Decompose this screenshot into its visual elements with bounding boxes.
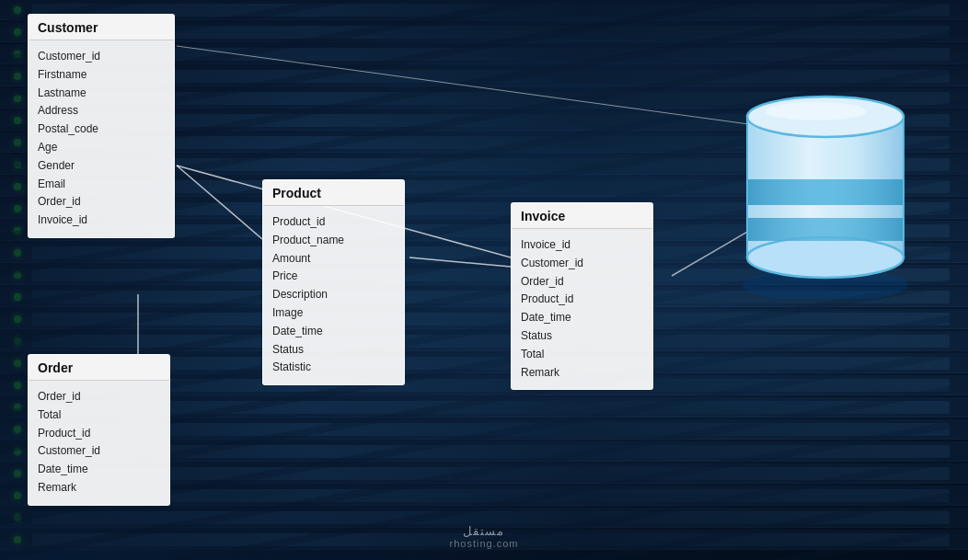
order-table-title: Order bbox=[29, 355, 169, 381]
field-invoice-total: Total bbox=[521, 346, 643, 364]
field-order-date-time: Date_time bbox=[38, 461, 160, 479]
field-statistic: Statistic bbox=[272, 359, 395, 377]
order-table-fields: Order_id Total Product_id Customer_id Da… bbox=[29, 381, 169, 505]
field-lastname: Lastname bbox=[38, 85, 165, 103]
field-invoice-id: Invoice_id bbox=[521, 236, 643, 255]
field-date-time: Date_time bbox=[272, 323, 395, 341]
product-table-title: Product bbox=[263, 180, 404, 206]
field-image: Image bbox=[272, 304, 395, 323]
field-description: Description bbox=[272, 286, 395, 304]
watermark: مستقل rhosting.com bbox=[450, 524, 519, 549]
field-order-order-id: Order_id bbox=[38, 388, 160, 406]
field-price: Price bbox=[272, 268, 395, 286]
field-status: Status bbox=[272, 341, 395, 360]
field-postal-code: Postal_code bbox=[38, 120, 165, 139]
field-product-id: Product_id bbox=[272, 213, 395, 232]
product-table-fields: Product_id Product_name Amount Price Des… bbox=[263, 206, 404, 384]
svg-point-16 bbox=[766, 102, 867, 120]
product-table: Product Product_id Product_name Amount P… bbox=[262, 179, 405, 385]
invoice-table-fields: Invoice_id Customer_id Order_id Product_… bbox=[512, 229, 652, 389]
database-icon bbox=[729, 69, 922, 299]
field-firstname: Firstname bbox=[38, 66, 165, 85]
field-amount: Amount bbox=[272, 250, 395, 269]
watermark-text: مستقل bbox=[463, 524, 504, 538]
field-invoice-date-time: Date_time bbox=[521, 309, 643, 327]
customer-table-fields: Customer_id Firstname Lastname Address P… bbox=[29, 40, 174, 237]
field-invoice-customer-id: Customer_id bbox=[521, 255, 643, 273]
field-address: Address bbox=[38, 102, 165, 120]
field-order-remark: Remark bbox=[38, 479, 160, 497]
watermark-url: rhosting.com bbox=[450, 538, 519, 549]
field-invoice-remark: Remark bbox=[521, 364, 643, 383]
invoice-table: Invoice Invoice_id Customer_id Order_id … bbox=[511, 202, 653, 390]
field-email: Email bbox=[38, 176, 165, 194]
field-order-customer-id: Customer_id bbox=[38, 442, 160, 461]
field-invoice-product-id: Product_id bbox=[521, 291, 643, 309]
field-product-name: Product_name bbox=[272, 232, 395, 250]
field-invoice-id: Invoice_id bbox=[38, 211, 165, 230]
invoice-table-title: Invoice bbox=[512, 203, 652, 229]
field-invoice-status: Status bbox=[521, 327, 643, 346]
field-order-total: Total bbox=[38, 406, 160, 425]
order-table: Order Order_id Total Product_id Customer… bbox=[28, 354, 170, 506]
field-gender: Gender bbox=[38, 157, 165, 176]
customer-table: Customer Customer_id Firstname Lastname … bbox=[28, 14, 175, 238]
field-invoice-order-id: Order_id bbox=[521, 273, 643, 291]
field-customer-id: Customer_id bbox=[38, 48, 165, 66]
svg-rect-13 bbox=[747, 218, 904, 241]
customer-table-title: Customer bbox=[29, 15, 174, 40]
svg-rect-11 bbox=[747, 179, 904, 205]
field-age: Age bbox=[38, 139, 165, 157]
field-order-product-id: Product_id bbox=[38, 425, 160, 443]
field-order-id: Order_id bbox=[38, 193, 165, 211]
